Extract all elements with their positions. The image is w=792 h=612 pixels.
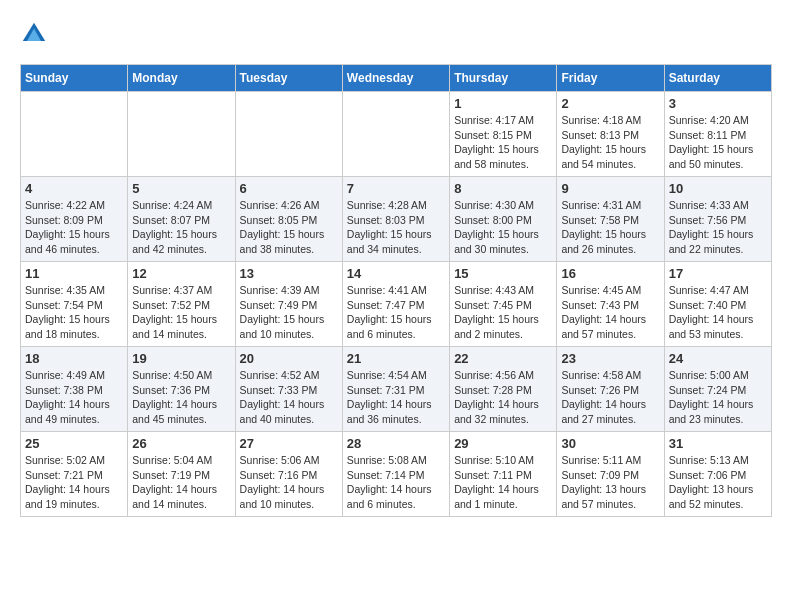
calendar-cell: 14Sunrise: 4:41 AM Sunset: 7:47 PM Dayli… bbox=[342, 262, 449, 347]
day-info: Sunrise: 5:00 AM Sunset: 7:24 PM Dayligh… bbox=[669, 368, 767, 427]
calendar-cell: 15Sunrise: 4:43 AM Sunset: 7:45 PM Dayli… bbox=[450, 262, 557, 347]
day-number: 17 bbox=[669, 266, 767, 281]
day-number: 4 bbox=[25, 181, 123, 196]
calendar-cell: 21Sunrise: 4:54 AM Sunset: 7:31 PM Dayli… bbox=[342, 347, 449, 432]
weekday-header-row: SundayMondayTuesdayWednesdayThursdayFrid… bbox=[21, 65, 772, 92]
day-number: 18 bbox=[25, 351, 123, 366]
calendar-cell bbox=[235, 92, 342, 177]
calendar-cell: 2Sunrise: 4:18 AM Sunset: 8:13 PM Daylig… bbox=[557, 92, 664, 177]
calendar-cell: 11Sunrise: 4:35 AM Sunset: 7:54 PM Dayli… bbox=[21, 262, 128, 347]
calendar-cell: 10Sunrise: 4:33 AM Sunset: 7:56 PM Dayli… bbox=[664, 177, 771, 262]
day-number: 30 bbox=[561, 436, 659, 451]
weekday-header-wednesday: Wednesday bbox=[342, 65, 449, 92]
weekday-header-thursday: Thursday bbox=[450, 65, 557, 92]
calendar-cell: 28Sunrise: 5:08 AM Sunset: 7:14 PM Dayli… bbox=[342, 432, 449, 517]
logo-icon bbox=[20, 20, 48, 48]
day-info: Sunrise: 4:43 AM Sunset: 7:45 PM Dayligh… bbox=[454, 283, 552, 342]
day-info: Sunrise: 4:37 AM Sunset: 7:52 PM Dayligh… bbox=[132, 283, 230, 342]
day-number: 1 bbox=[454, 96, 552, 111]
day-number: 15 bbox=[454, 266, 552, 281]
day-number: 13 bbox=[240, 266, 338, 281]
day-number: 2 bbox=[561, 96, 659, 111]
calendar-cell: 20Sunrise: 4:52 AM Sunset: 7:33 PM Dayli… bbox=[235, 347, 342, 432]
calendar-cell: 30Sunrise: 5:11 AM Sunset: 7:09 PM Dayli… bbox=[557, 432, 664, 517]
calendar-cell: 19Sunrise: 4:50 AM Sunset: 7:36 PM Dayli… bbox=[128, 347, 235, 432]
calendar-cell: 16Sunrise: 4:45 AM Sunset: 7:43 PM Dayli… bbox=[557, 262, 664, 347]
weekday-header-sunday: Sunday bbox=[21, 65, 128, 92]
day-info: Sunrise: 5:10 AM Sunset: 7:11 PM Dayligh… bbox=[454, 453, 552, 512]
day-info: Sunrise: 4:58 AM Sunset: 7:26 PM Dayligh… bbox=[561, 368, 659, 427]
calendar-week-5: 25Sunrise: 5:02 AM Sunset: 7:21 PM Dayli… bbox=[21, 432, 772, 517]
day-info: Sunrise: 5:11 AM Sunset: 7:09 PM Dayligh… bbox=[561, 453, 659, 512]
calendar-cell: 29Sunrise: 5:10 AM Sunset: 7:11 PM Dayli… bbox=[450, 432, 557, 517]
day-number: 25 bbox=[25, 436, 123, 451]
day-info: Sunrise: 4:18 AM Sunset: 8:13 PM Dayligh… bbox=[561, 113, 659, 172]
day-number: 29 bbox=[454, 436, 552, 451]
calendar-cell: 26Sunrise: 5:04 AM Sunset: 7:19 PM Dayli… bbox=[128, 432, 235, 517]
day-number: 22 bbox=[454, 351, 552, 366]
day-number: 23 bbox=[561, 351, 659, 366]
day-info: Sunrise: 4:47 AM Sunset: 7:40 PM Dayligh… bbox=[669, 283, 767, 342]
calendar-cell: 31Sunrise: 5:13 AM Sunset: 7:06 PM Dayli… bbox=[664, 432, 771, 517]
day-number: 16 bbox=[561, 266, 659, 281]
calendar-cell: 12Sunrise: 4:37 AM Sunset: 7:52 PM Dayli… bbox=[128, 262, 235, 347]
day-number: 12 bbox=[132, 266, 230, 281]
calendar-cell: 17Sunrise: 4:47 AM Sunset: 7:40 PM Dayli… bbox=[664, 262, 771, 347]
calendar-week-1: 1Sunrise: 4:17 AM Sunset: 8:15 PM Daylig… bbox=[21, 92, 772, 177]
calendar-table: SundayMondayTuesdayWednesdayThursdayFrid… bbox=[20, 64, 772, 517]
day-info: Sunrise: 4:26 AM Sunset: 8:05 PM Dayligh… bbox=[240, 198, 338, 257]
day-number: 5 bbox=[132, 181, 230, 196]
day-number: 10 bbox=[669, 181, 767, 196]
day-number: 24 bbox=[669, 351, 767, 366]
calendar-cell: 5Sunrise: 4:24 AM Sunset: 8:07 PM Daylig… bbox=[128, 177, 235, 262]
calendar-cell: 23Sunrise: 4:58 AM Sunset: 7:26 PM Dayli… bbox=[557, 347, 664, 432]
calendar-cell: 9Sunrise: 4:31 AM Sunset: 7:58 PM Daylig… bbox=[557, 177, 664, 262]
calendar-cell: 22Sunrise: 4:56 AM Sunset: 7:28 PM Dayli… bbox=[450, 347, 557, 432]
day-number: 14 bbox=[347, 266, 445, 281]
calendar-cell bbox=[21, 92, 128, 177]
day-info: Sunrise: 5:06 AM Sunset: 7:16 PM Dayligh… bbox=[240, 453, 338, 512]
day-number: 21 bbox=[347, 351, 445, 366]
day-number: 27 bbox=[240, 436, 338, 451]
calendar-week-3: 11Sunrise: 4:35 AM Sunset: 7:54 PM Dayli… bbox=[21, 262, 772, 347]
day-number: 28 bbox=[347, 436, 445, 451]
day-info: Sunrise: 5:02 AM Sunset: 7:21 PM Dayligh… bbox=[25, 453, 123, 512]
day-number: 20 bbox=[240, 351, 338, 366]
calendar-cell: 27Sunrise: 5:06 AM Sunset: 7:16 PM Dayli… bbox=[235, 432, 342, 517]
page-header bbox=[20, 20, 772, 48]
calendar-cell: 1Sunrise: 4:17 AM Sunset: 8:15 PM Daylig… bbox=[450, 92, 557, 177]
calendar-week-4: 18Sunrise: 4:49 AM Sunset: 7:38 PM Dayli… bbox=[21, 347, 772, 432]
day-info: Sunrise: 4:28 AM Sunset: 8:03 PM Dayligh… bbox=[347, 198, 445, 257]
weekday-header-saturday: Saturday bbox=[664, 65, 771, 92]
day-info: Sunrise: 5:04 AM Sunset: 7:19 PM Dayligh… bbox=[132, 453, 230, 512]
weekday-header-friday: Friday bbox=[557, 65, 664, 92]
calendar-cell: 7Sunrise: 4:28 AM Sunset: 8:03 PM Daylig… bbox=[342, 177, 449, 262]
weekday-header-tuesday: Tuesday bbox=[235, 65, 342, 92]
calendar-cell bbox=[128, 92, 235, 177]
day-number: 26 bbox=[132, 436, 230, 451]
day-info: Sunrise: 4:56 AM Sunset: 7:28 PM Dayligh… bbox=[454, 368, 552, 427]
calendar-cell: 18Sunrise: 4:49 AM Sunset: 7:38 PM Dayli… bbox=[21, 347, 128, 432]
calendar-cell: 13Sunrise: 4:39 AM Sunset: 7:49 PM Dayli… bbox=[235, 262, 342, 347]
day-number: 3 bbox=[669, 96, 767, 111]
calendar-header: SundayMondayTuesdayWednesdayThursdayFrid… bbox=[21, 65, 772, 92]
day-info: Sunrise: 5:08 AM Sunset: 7:14 PM Dayligh… bbox=[347, 453, 445, 512]
weekday-header-monday: Monday bbox=[128, 65, 235, 92]
day-number: 9 bbox=[561, 181, 659, 196]
day-info: Sunrise: 5:13 AM Sunset: 7:06 PM Dayligh… bbox=[669, 453, 767, 512]
day-info: Sunrise: 4:30 AM Sunset: 8:00 PM Dayligh… bbox=[454, 198, 552, 257]
day-info: Sunrise: 4:49 AM Sunset: 7:38 PM Dayligh… bbox=[25, 368, 123, 427]
day-info: Sunrise: 4:39 AM Sunset: 7:49 PM Dayligh… bbox=[240, 283, 338, 342]
day-info: Sunrise: 4:54 AM Sunset: 7:31 PM Dayligh… bbox=[347, 368, 445, 427]
day-info: Sunrise: 4:35 AM Sunset: 7:54 PM Dayligh… bbox=[25, 283, 123, 342]
calendar-cell: 6Sunrise: 4:26 AM Sunset: 8:05 PM Daylig… bbox=[235, 177, 342, 262]
day-info: Sunrise: 4:50 AM Sunset: 7:36 PM Dayligh… bbox=[132, 368, 230, 427]
day-number: 6 bbox=[240, 181, 338, 196]
day-info: Sunrise: 4:41 AM Sunset: 7:47 PM Dayligh… bbox=[347, 283, 445, 342]
day-info: Sunrise: 4:17 AM Sunset: 8:15 PM Dayligh… bbox=[454, 113, 552, 172]
logo bbox=[20, 20, 52, 48]
calendar-cell: 4Sunrise: 4:22 AM Sunset: 8:09 PM Daylig… bbox=[21, 177, 128, 262]
calendar-cell: 24Sunrise: 5:00 AM Sunset: 7:24 PM Dayli… bbox=[664, 347, 771, 432]
calendar-cell: 8Sunrise: 4:30 AM Sunset: 8:00 PM Daylig… bbox=[450, 177, 557, 262]
day-info: Sunrise: 4:31 AM Sunset: 7:58 PM Dayligh… bbox=[561, 198, 659, 257]
